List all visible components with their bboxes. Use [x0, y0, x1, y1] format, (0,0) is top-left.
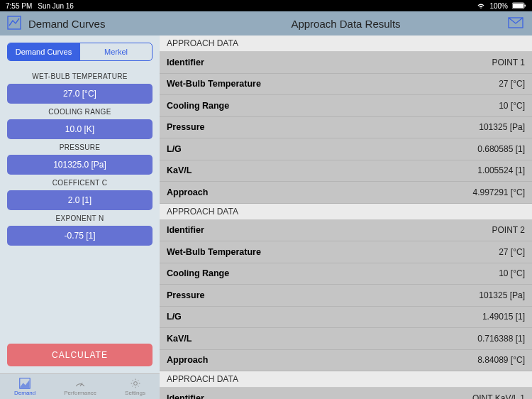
- row-label: Wet-Bulb Temperature: [167, 79, 261, 89]
- row-value: 27 [°C]: [499, 79, 525, 89]
- row-value: 101325 [Pa]: [479, 290, 525, 300]
- svg-point-6: [133, 381, 137, 385]
- row-kavl: KaV/L1.005524 [1]: [160, 160, 532, 182]
- gauge-icon: [74, 378, 86, 389]
- row-label: Wet-Bulb Temperature: [167, 247, 261, 257]
- label-cooling-range: COOLING RANGE: [7, 108, 153, 116]
- tab-bar: Demand Performance Settings: [0, 373, 160, 399]
- svg-rect-3: [8, 16, 21, 29]
- row-value: OINT KaV/L 1: [472, 393, 525, 399]
- content-title: Approach Data Results: [291, 18, 400, 30]
- row-wet-bulb: Wet-Bulb Temperature27 [°C]: [160, 74, 532, 96]
- tab-performance-label: Performance: [64, 390, 96, 396]
- input-exponent-n[interactable]: -0.75 [1]: [7, 226, 153, 246]
- row-label: L/G: [167, 312, 182, 322]
- row-label: Pressure: [167, 290, 205, 300]
- row-cooling-range: Cooling Range10 [°C]: [160, 263, 532, 285]
- row-approach: Approach4.997291 [°C]: [160, 182, 532, 204]
- status-bar: 7:55 PM Sun Jun 16 100%: [0, 0, 532, 11]
- row-label: Cooling Range: [167, 101, 229, 111]
- calculate-button[interactable]: CALCULATE: [7, 344, 153, 366]
- status-date: Sun Jun 16: [38, 2, 74, 10]
- input-cooling-range[interactable]: 10.0 [K]: [7, 119, 153, 139]
- row-pressure: Pressure101325 [Pa]: [160, 285, 532, 307]
- tab-performance[interactable]: Performance: [64, 378, 96, 396]
- svg-rect-1: [513, 4, 523, 8]
- input-wet-bulb[interactable]: 27.0 [°C]: [7, 84, 153, 104]
- results-list[interactable]: APPROACH DATA IdentifierPOINT 1 Wet-Bulb…: [160, 35, 532, 399]
- gear-icon: [130, 378, 141, 389]
- sidebar: Demand Curves Demand Curves Merkel WET-B…: [0, 11, 160, 399]
- chart-line-icon[interactable]: [7, 16, 21, 32]
- row-label: Identifier: [167, 393, 204, 399]
- row-label: Pressure: [167, 122, 205, 132]
- row-identifier: IdentifierPOINT 2: [160, 220, 532, 242]
- input-pressure[interactable]: 101325.0 [Pa]: [7, 155, 153, 175]
- row-label: L/G: [167, 144, 182, 154]
- row-identifier: IdentifierPOINT 1: [160, 52, 532, 74]
- row-value: 0.716388 [1]: [477, 334, 525, 344]
- battery-percent: 100%: [489, 2, 508, 10]
- status-time: 7:55 PM: [6, 2, 32, 10]
- row-value: 8.84089 [°C]: [477, 355, 525, 365]
- row-label: Identifier: [167, 58, 204, 67]
- row-value: 10 [°C]: [499, 268, 525, 278]
- label-wet-bulb: WET-BULB TEMPERATURE: [7, 72, 153, 80]
- row-value: 10 [°C]: [499, 101, 525, 111]
- label-coefficient-c: COEFFICENT C: [7, 179, 153, 187]
- row-lg: L/G1.49015 [1]: [160, 307, 532, 329]
- segment-merkel[interactable]: Merkel: [79, 43, 152, 60]
- row-label: Approach: [167, 187, 208, 197]
- battery-icon: [512, 2, 526, 9]
- row-label: Identifier: [167, 225, 204, 235]
- row-label: KaV/L: [167, 334, 192, 344]
- input-coefficient-c[interactable]: 2.0 [1]: [7, 190, 153, 210]
- row-value: POINT 2: [492, 225, 525, 235]
- mail-icon[interactable]: [508, 17, 523, 31]
- row-value: 0.680585 [1]: [477, 144, 525, 154]
- row-identifier: IdentifierOINT KaV/L 1: [160, 388, 532, 399]
- section-header: APPROACH DATA: [160, 371, 532, 388]
- row-value: 101325 [Pa]: [479, 122, 525, 132]
- tab-settings[interactable]: Settings: [125, 378, 145, 396]
- row-value: 27 [°C]: [499, 247, 525, 257]
- row-value: POINT 1: [492, 58, 525, 67]
- row-cooling-range: Cooling Range10 [°C]: [160, 95, 532, 117]
- segmented-control: Demand Curves Merkel: [7, 43, 153, 61]
- chart-area-icon: [19, 378, 31, 389]
- row-approach: Approach8.84089 [°C]: [160, 350, 532, 372]
- row-label: KaV/L: [167, 165, 192, 175]
- content-header: Approach Data Results: [160, 11, 532, 35]
- label-exponent-n: EXPONENT N: [7, 214, 153, 222]
- content-pane: Approach Data Results APPROACH DATA Iden…: [160, 11, 532, 399]
- sidebar-header: Demand Curves: [0, 11, 160, 35]
- row-value: 1.49015 [1]: [482, 312, 525, 322]
- row-label: Approach: [167, 355, 208, 365]
- row-value: 4.997291 [°C]: [472, 187, 525, 197]
- tab-demand[interactable]: Demand: [14, 378, 35, 396]
- section-header: APPROACH DATA: [160, 35, 532, 52]
- row-label: Cooling Range: [167, 268, 229, 278]
- row-kavl: KaV/L0.716388 [1]: [160, 328, 532, 350]
- tab-demand-label: Demand: [14, 390, 35, 396]
- section-header: APPROACH DATA: [160, 204, 532, 220]
- row-lg: L/G0.680585 [1]: [160, 138, 532, 160]
- row-wet-bulb: Wet-Bulb Temperature27 [°C]: [160, 241, 532, 263]
- label-pressure: PRESSURE: [7, 143, 153, 151]
- row-value: 1.005524 [1]: [477, 165, 525, 175]
- sidebar-title: Demand Curves: [28, 18, 153, 30]
- segment-demand-curves[interactable]: Demand Curves: [8, 43, 79, 60]
- wifi-icon: [477, 2, 485, 9]
- svg-rect-2: [525, 5, 526, 7]
- tab-settings-label: Settings: [125, 390, 145, 396]
- row-pressure: Pressure101325 [Pa]: [160, 117, 532, 139]
